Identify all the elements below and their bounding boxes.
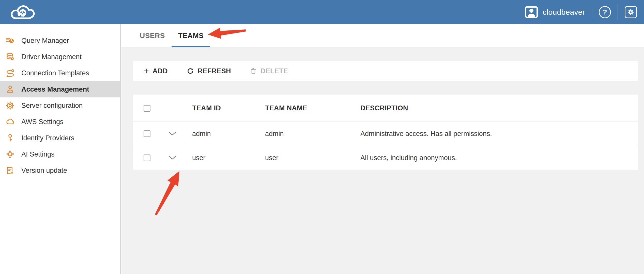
row-expand-cell [163,132,192,136]
team-name-cell: admin [265,130,360,138]
settings-button[interactable] [625,6,637,18]
sidebar-item-ai-settings[interactable]: AI Settings [0,146,120,162]
row-checkbox-cell [133,130,163,137]
main-content: USERSTEAMS +ADDREFRESHDELETE TEAM IDTEAM… [121,24,644,274]
sidebar-item-label: Connection Templates [21,69,89,77]
driver-management-icon [6,52,15,61]
team-id-cell: admin [192,130,265,138]
delete-button[interactable]: DELETE [250,67,288,75]
row-checkbox[interactable] [144,130,150,137]
header-checkbox-cell [133,105,163,112]
sidebar-item-aws-settings[interactable]: AWS Settings [0,114,120,130]
team-row-user[interactable]: useruserAll users, including anonymous. [133,146,638,170]
sidebar-item-version-update[interactable]: Version update [0,162,120,179]
access-management-icon [6,85,15,94]
select-all-checkbox[interactable] [144,105,150,112]
team-name-cell: user [265,154,360,162]
username-label: cloudbeaver [543,8,585,16]
column-header-team-id: TEAM ID [192,104,265,112]
user-menu-button[interactable]: cloudbeaver [525,6,585,18]
chevron-down-icon[interactable] [168,156,192,160]
table-header-row: TEAM IDTEAM NAMEDESCRIPTION [133,95,638,122]
tab-users[interactable]: USERS [133,24,172,47]
sidebar-nav: Query ManagerDriver ManagementConnection… [0,32,120,179]
question-mark-icon: ? [603,8,607,16]
user-avatar-icon [525,6,538,18]
sidebar-item-label: Query Manager [21,37,69,45]
column-header-team-name: TEAM NAME [265,104,360,112]
query-manager-icon [6,36,15,45]
row-checkbox-cell [133,155,163,161]
cloudbeaver-logo[interactable] [9,2,38,22]
sidebar-item-access-management[interactable]: Access Management [0,81,120,97]
toolbar-button-label: DELETE [260,67,288,75]
sidebar-item-label: Access Management [21,85,89,93]
gear-icon [627,8,635,16]
toolbar-button-label: REFRESH [198,67,231,75]
teams-toolbar: +ADDREFRESHDELETE [133,61,638,81]
sidebar-item-label: Driver Management [21,53,82,61]
row-checkbox[interactable] [144,155,150,161]
sidebar-item-query-manager[interactable]: Query Manager [0,32,120,49]
tab-bar: USERSTEAMS [121,24,644,47]
sidebar-item-label: Identity Providers [21,134,74,142]
sidebar-item-label: Server configuration [21,102,83,110]
teams-table: TEAM IDTEAM NAMEDESCRIPTION adminadminAd… [133,95,638,170]
tab-teams[interactable]: TEAMS [172,24,210,47]
refresh-button[interactable]: REFRESH [187,67,231,75]
row-expand-cell [163,156,192,160]
app-header: cloudbeaver ? [0,0,644,24]
help-button[interactable]: ? [599,6,611,18]
team-row-admin[interactable]: adminadminAdministrative access. Has all… [133,122,638,146]
refresh-icon [187,67,194,75]
team-description-cell: Administrative access. Has all permissio… [360,130,638,138]
chevron-down-icon[interactable] [168,132,192,136]
header-actions: cloudbeaver ? [525,0,637,24]
sidebar-item-label: AI Settings [21,150,55,158]
team-id-cell: user [192,154,265,162]
sidebar-item-connection-templates[interactable]: Connection Templates [0,65,120,81]
column-header-description: DESCRIPTION [360,104,638,112]
version-update-icon [6,166,15,175]
trash-icon [250,67,257,75]
sidebar-item-server-configuration[interactable]: Server configuration [0,97,120,114]
admin-sidebar: Query ManagerDriver ManagementConnection… [0,24,121,274]
identity-providers-icon [6,133,15,143]
connection-templates-icon [6,68,15,78]
toolbar-button-label: ADD [152,67,167,75]
header-divider [592,5,592,20]
tab-label: USERS [140,32,165,40]
tab-label: TEAMS [178,32,204,40]
plus-icon: + [144,67,149,75]
add-button[interactable]: +ADD [144,67,168,75]
sidebar-item-driver-management[interactable]: Driver Management [0,49,120,65]
ai-settings-icon [6,150,15,159]
server-configuration-icon [6,101,15,110]
header-divider [618,5,618,20]
team-description-cell: All users, including anonymous. [360,154,638,162]
aws-settings-icon [6,117,15,126]
table-body: adminadminAdministrative access. Has all… [133,122,638,170]
sidebar-item-label: AWS Settings [21,118,64,126]
sidebar-item-identity-providers[interactable]: Identity Providers [0,130,120,146]
sidebar-item-label: Version update [21,167,67,175]
